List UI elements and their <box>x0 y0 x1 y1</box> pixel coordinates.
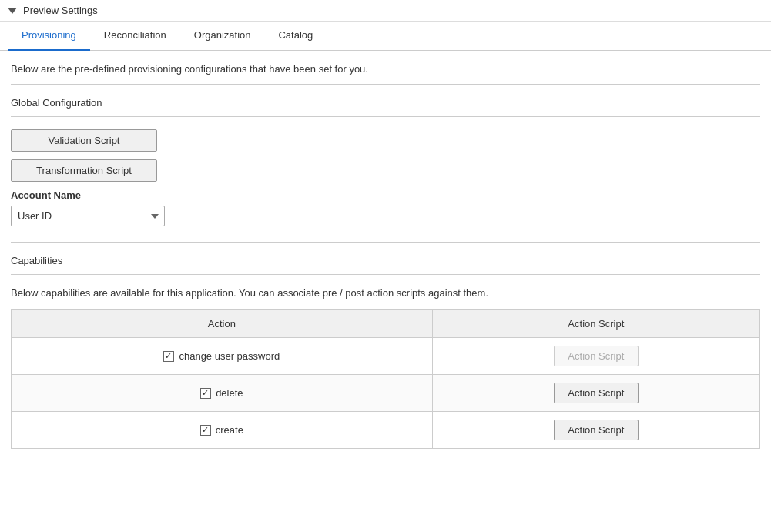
capabilities-section: Capabilities Below capabilities are avai… <box>11 242 760 449</box>
divider-capabilities <box>11 242 760 243</box>
table-row: change user password Action Script <box>12 338 760 375</box>
capabilities-title: Capabilities <box>11 255 760 266</box>
script-cell-change-password: Action Script <box>432 338 759 375</box>
checkbox-delete[interactable] <box>200 388 211 399</box>
page-header: Preview Settings <box>0 0 771 22</box>
transformation-script-button[interactable]: Transformation Script <box>11 159 157 182</box>
tab-catalog[interactable]: Catalog <box>264 22 327 51</box>
script-cell-create: Action Script <box>432 412 759 449</box>
action-script-btn-delete[interactable]: Action Script <box>554 383 639 403</box>
account-name-label: Account Name <box>11 189 760 201</box>
collapse-icon[interactable] <box>8 8 17 14</box>
checkbox-create[interactable] <box>200 425 211 436</box>
table-row: delete Action Script <box>12 375 760 412</box>
tab-organization[interactable]: Organization <box>180 22 265 51</box>
divider-global-2 <box>11 116 760 117</box>
action-script-btn-create[interactable]: Action Script <box>554 420 639 440</box>
col-header-action: Action <box>12 310 433 338</box>
content-area: Below are the pre-defined provisioning c… <box>0 51 771 461</box>
validation-script-button[interactable]: Validation Script <box>11 129 157 152</box>
provisioning-description: Below are the pre-defined provisioning c… <box>11 63 760 75</box>
action-label-change-password: change user password <box>179 350 280 362</box>
action-script-btn-change-password: Action Script <box>554 346 639 366</box>
action-label-create: create <box>216 424 243 436</box>
tabs-bar: Provisioning Reconciliation Organization… <box>0 22 771 51</box>
table-row: create Action Script <box>12 412 760 449</box>
divider-global <box>11 84 760 85</box>
capabilities-table: Action Action Script change user passwor… <box>11 309 760 449</box>
tab-reconciliation[interactable]: Reconciliation <box>90 22 180 51</box>
action-cell-create: create <box>12 412 433 449</box>
script-cell-delete: Action Script <box>432 375 759 412</box>
capabilities-description: Below capabilities are available for thi… <box>11 287 760 299</box>
page-title: Preview Settings <box>23 5 98 16</box>
account-name-select-wrapper: User ID Email Username <box>11 206 165 226</box>
account-name-select[interactable]: User ID Email Username <box>11 206 165 226</box>
checkbox-change-password[interactable] <box>163 351 174 362</box>
action-cell-change-password: change user password <box>12 338 433 375</box>
action-cell-delete: delete <box>12 375 433 412</box>
tab-provisioning[interactable]: Provisioning <box>8 22 90 51</box>
col-header-action-script: Action Script <box>432 310 759 338</box>
global-config-title: Global Configuration <box>11 97 760 109</box>
action-label-delete: delete <box>216 387 243 399</box>
divider-capabilities-2 <box>11 274 760 275</box>
